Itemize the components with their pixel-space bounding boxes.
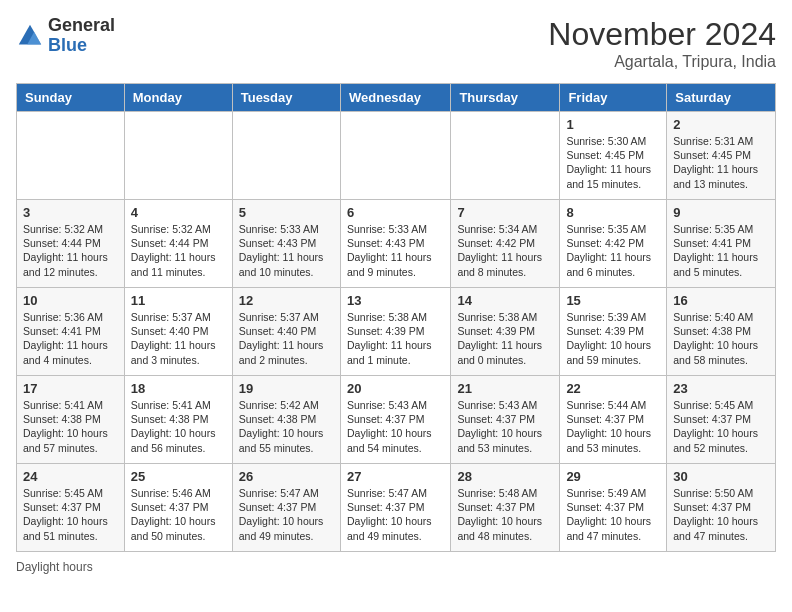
day-number: 3 (23, 205, 118, 220)
day-number: 5 (239, 205, 334, 220)
calendar-cell: 11Sunrise: 5:37 AM Sunset: 4:40 PM Dayli… (124, 288, 232, 376)
calendar-cell: 27Sunrise: 5:47 AM Sunset: 4:37 PM Dayli… (340, 464, 450, 552)
calendar-week-row: 17Sunrise: 5:41 AM Sunset: 4:38 PM Dayli… (17, 376, 776, 464)
calendar-week-row: 24Sunrise: 5:45 AM Sunset: 4:37 PM Dayli… (17, 464, 776, 552)
calendar-cell: 4Sunrise: 5:32 AM Sunset: 4:44 PM Daylig… (124, 200, 232, 288)
calendar-week-row: 3Sunrise: 5:32 AM Sunset: 4:44 PM Daylig… (17, 200, 776, 288)
day-number: 16 (673, 293, 769, 308)
calendar-day-header: Monday (124, 84, 232, 112)
calendar-cell: 12Sunrise: 5:37 AM Sunset: 4:40 PM Dayli… (232, 288, 340, 376)
calendar-cell: 8Sunrise: 5:35 AM Sunset: 4:42 PM Daylig… (560, 200, 667, 288)
day-number: 20 (347, 381, 444, 396)
day-number: 23 (673, 381, 769, 396)
calendar-header-row: SundayMondayTuesdayWednesdayThursdayFrid… (17, 84, 776, 112)
day-info: Sunrise: 5:36 AM Sunset: 4:41 PM Dayligh… (23, 310, 118, 367)
day-info: Sunrise: 5:44 AM Sunset: 4:37 PM Dayligh… (566, 398, 660, 455)
calendar-cell: 28Sunrise: 5:48 AM Sunset: 4:37 PM Dayli… (451, 464, 560, 552)
calendar-cell: 23Sunrise: 5:45 AM Sunset: 4:37 PM Dayli… (667, 376, 776, 464)
day-number: 13 (347, 293, 444, 308)
calendar-cell: 16Sunrise: 5:40 AM Sunset: 4:38 PM Dayli… (667, 288, 776, 376)
day-number: 18 (131, 381, 226, 396)
logo: General Blue (16, 16, 115, 56)
day-number: 2 (673, 117, 769, 132)
day-info: Sunrise: 5:38 AM Sunset: 4:39 PM Dayligh… (347, 310, 444, 367)
calendar-day-header: Friday (560, 84, 667, 112)
logo-blue-text: Blue (48, 36, 115, 56)
calendar-cell (340, 112, 450, 200)
day-number: 29 (566, 469, 660, 484)
calendar-day-header: Tuesday (232, 84, 340, 112)
calendar-cell: 30Sunrise: 5:50 AM Sunset: 4:37 PM Dayli… (667, 464, 776, 552)
calendar-cell: 3Sunrise: 5:32 AM Sunset: 4:44 PM Daylig… (17, 200, 125, 288)
day-info: Sunrise: 5:46 AM Sunset: 4:37 PM Dayligh… (131, 486, 226, 543)
day-info: Sunrise: 5:37 AM Sunset: 4:40 PM Dayligh… (131, 310, 226, 367)
day-info: Sunrise: 5:45 AM Sunset: 4:37 PM Dayligh… (673, 398, 769, 455)
calendar-cell (451, 112, 560, 200)
calendar-cell: 24Sunrise: 5:45 AM Sunset: 4:37 PM Dayli… (17, 464, 125, 552)
calendar-cell: 26Sunrise: 5:47 AM Sunset: 4:37 PM Dayli… (232, 464, 340, 552)
calendar-cell: 6Sunrise: 5:33 AM Sunset: 4:43 PM Daylig… (340, 200, 450, 288)
calendar-cell: 29Sunrise: 5:49 AM Sunset: 4:37 PM Dayli… (560, 464, 667, 552)
calendar-cell (17, 112, 125, 200)
day-info: Sunrise: 5:30 AM Sunset: 4:45 PM Dayligh… (566, 134, 660, 191)
day-number: 26 (239, 469, 334, 484)
day-number: 7 (457, 205, 553, 220)
day-info: Sunrise: 5:35 AM Sunset: 4:41 PM Dayligh… (673, 222, 769, 279)
day-info: Sunrise: 5:41 AM Sunset: 4:38 PM Dayligh… (23, 398, 118, 455)
day-number: 12 (239, 293, 334, 308)
day-info: Sunrise: 5:45 AM Sunset: 4:37 PM Dayligh… (23, 486, 118, 543)
day-info: Sunrise: 5:49 AM Sunset: 4:37 PM Dayligh… (566, 486, 660, 543)
day-info: Sunrise: 5:33 AM Sunset: 4:43 PM Dayligh… (239, 222, 334, 279)
calendar-cell: 5Sunrise: 5:33 AM Sunset: 4:43 PM Daylig… (232, 200, 340, 288)
calendar-cell: 2Sunrise: 5:31 AM Sunset: 4:45 PM Daylig… (667, 112, 776, 200)
day-info: Sunrise: 5:50 AM Sunset: 4:37 PM Dayligh… (673, 486, 769, 543)
day-info: Sunrise: 5:32 AM Sunset: 4:44 PM Dayligh… (131, 222, 226, 279)
calendar-cell: 22Sunrise: 5:44 AM Sunset: 4:37 PM Dayli… (560, 376, 667, 464)
day-info: Sunrise: 5:43 AM Sunset: 4:37 PM Dayligh… (347, 398, 444, 455)
month-title: November 2024 (548, 16, 776, 53)
calendar-cell: 19Sunrise: 5:42 AM Sunset: 4:38 PM Dayli… (232, 376, 340, 464)
day-number: 22 (566, 381, 660, 396)
calendar-cell: 7Sunrise: 5:34 AM Sunset: 4:42 PM Daylig… (451, 200, 560, 288)
day-info: Sunrise: 5:33 AM Sunset: 4:43 PM Dayligh… (347, 222, 444, 279)
day-info: Sunrise: 5:42 AM Sunset: 4:38 PM Dayligh… (239, 398, 334, 455)
calendar-cell: 1Sunrise: 5:30 AM Sunset: 4:45 PM Daylig… (560, 112, 667, 200)
calendar-day-header: Wednesday (340, 84, 450, 112)
calendar-table: SundayMondayTuesdayWednesdayThursdayFrid… (16, 83, 776, 552)
day-number: 1 (566, 117, 660, 132)
calendar-cell: 9Sunrise: 5:35 AM Sunset: 4:41 PM Daylig… (667, 200, 776, 288)
day-number: 10 (23, 293, 118, 308)
day-info: Sunrise: 5:47 AM Sunset: 4:37 PM Dayligh… (347, 486, 444, 543)
day-number: 28 (457, 469, 553, 484)
calendar-day-header: Saturday (667, 84, 776, 112)
day-info: Sunrise: 5:41 AM Sunset: 4:38 PM Dayligh… (131, 398, 226, 455)
day-info: Sunrise: 5:35 AM Sunset: 4:42 PM Dayligh… (566, 222, 660, 279)
day-info: Sunrise: 5:39 AM Sunset: 4:39 PM Dayligh… (566, 310, 660, 367)
calendar-cell: 20Sunrise: 5:43 AM Sunset: 4:37 PM Dayli… (340, 376, 450, 464)
day-info: Sunrise: 5:38 AM Sunset: 4:39 PM Dayligh… (457, 310, 553, 367)
calendar-day-header: Sunday (17, 84, 125, 112)
calendar-cell: 14Sunrise: 5:38 AM Sunset: 4:39 PM Dayli… (451, 288, 560, 376)
calendar-cell: 17Sunrise: 5:41 AM Sunset: 4:38 PM Dayli… (17, 376, 125, 464)
day-info: Sunrise: 5:48 AM Sunset: 4:37 PM Dayligh… (457, 486, 553, 543)
day-number: 4 (131, 205, 226, 220)
footer-note: Daylight hours (16, 560, 776, 574)
calendar-cell: 25Sunrise: 5:46 AM Sunset: 4:37 PM Dayli… (124, 464, 232, 552)
calendar-cell: 15Sunrise: 5:39 AM Sunset: 4:39 PM Dayli… (560, 288, 667, 376)
day-number: 6 (347, 205, 444, 220)
calendar-cell (124, 112, 232, 200)
day-info: Sunrise: 5:34 AM Sunset: 4:42 PM Dayligh… (457, 222, 553, 279)
day-info: Sunrise: 5:47 AM Sunset: 4:37 PM Dayligh… (239, 486, 334, 543)
day-number: 27 (347, 469, 444, 484)
calendar-cell (232, 112, 340, 200)
day-number: 8 (566, 205, 660, 220)
day-number: 9 (673, 205, 769, 220)
day-info: Sunrise: 5:43 AM Sunset: 4:37 PM Dayligh… (457, 398, 553, 455)
calendar-cell: 18Sunrise: 5:41 AM Sunset: 4:38 PM Dayli… (124, 376, 232, 464)
calendar-cell: 13Sunrise: 5:38 AM Sunset: 4:39 PM Dayli… (340, 288, 450, 376)
page-header: General Blue November 2024 Agartala, Tri… (16, 16, 776, 71)
location-title: Agartala, Tripura, India (548, 53, 776, 71)
day-number: 17 (23, 381, 118, 396)
day-info: Sunrise: 5:32 AM Sunset: 4:44 PM Dayligh… (23, 222, 118, 279)
day-number: 11 (131, 293, 226, 308)
